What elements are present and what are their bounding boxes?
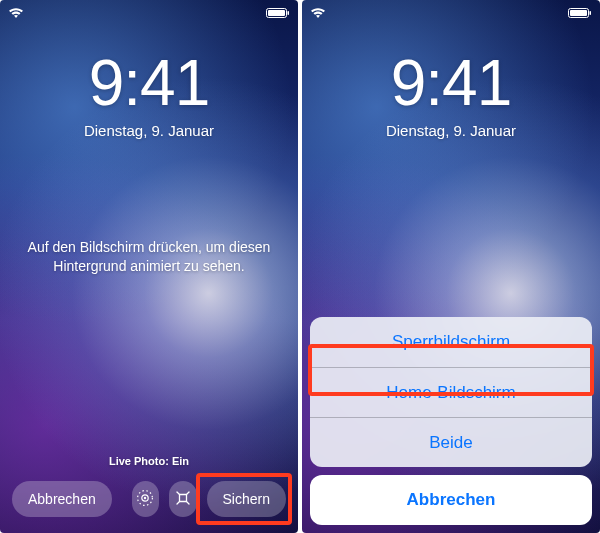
- set-wallpaper-button[interactable]: Sichern: [207, 481, 286, 517]
- svg-rect-6: [179, 494, 186, 501]
- action-sheet: Sperrbildschirm Home-Bildschirm Beide Ab…: [310, 317, 592, 525]
- svg-rect-9: [590, 11, 592, 15]
- action-sheet-options: Sperrbildschirm Home-Bildschirm Beide: [310, 317, 592, 467]
- cancel-button[interactable]: Abbrechen: [12, 481, 112, 517]
- wallpaper-set-options-screen: 9:41 Dienstag, 9. Januar Sperrbildschirm…: [302, 0, 600, 533]
- lock-screen-time: 9:41: [0, 46, 298, 120]
- live-wallpaper-hint: Auf den Bildschirm drücken, um diesen Hi…: [0, 238, 298, 276]
- svg-rect-8: [570, 10, 587, 16]
- action-sheet-cancel-button[interactable]: Abbrechen: [310, 475, 592, 525]
- battery-icon: [568, 7, 592, 19]
- status-bar: [0, 4, 298, 22]
- lock-screen-time: 9:41: [302, 46, 600, 120]
- status-bar: [302, 4, 600, 22]
- wifi-icon: [8, 7, 24, 19]
- perspective-icon: [174, 489, 192, 510]
- svg-point-5: [144, 496, 146, 498]
- set-both-option[interactable]: Beide: [310, 417, 592, 467]
- battery-icon: [266, 7, 290, 19]
- live-photo-icon: [136, 489, 154, 510]
- wallpaper-toolbar: Abbrechen Sichern: [0, 481, 298, 517]
- perspective-zoom-button[interactable]: [169, 481, 196, 517]
- set-home-screen-option[interactable]: Home-Bildschirm: [310, 367, 592, 417]
- svg-rect-2: [288, 11, 290, 15]
- svg-rect-1: [268, 10, 285, 16]
- wallpaper-preview-screen: 9:41 Dienstag, 9. Januar Auf den Bildsch…: [0, 0, 298, 533]
- live-photo-status: Live Photo: Ein: [0, 455, 298, 467]
- set-lock-screen-option[interactable]: Sperrbildschirm: [310, 317, 592, 367]
- live-photo-toggle-button[interactable]: [132, 481, 159, 517]
- wifi-icon: [310, 7, 326, 19]
- lock-screen-date: Dienstag, 9. Januar: [0, 122, 298, 139]
- lock-screen-date: Dienstag, 9. Januar: [302, 122, 600, 139]
